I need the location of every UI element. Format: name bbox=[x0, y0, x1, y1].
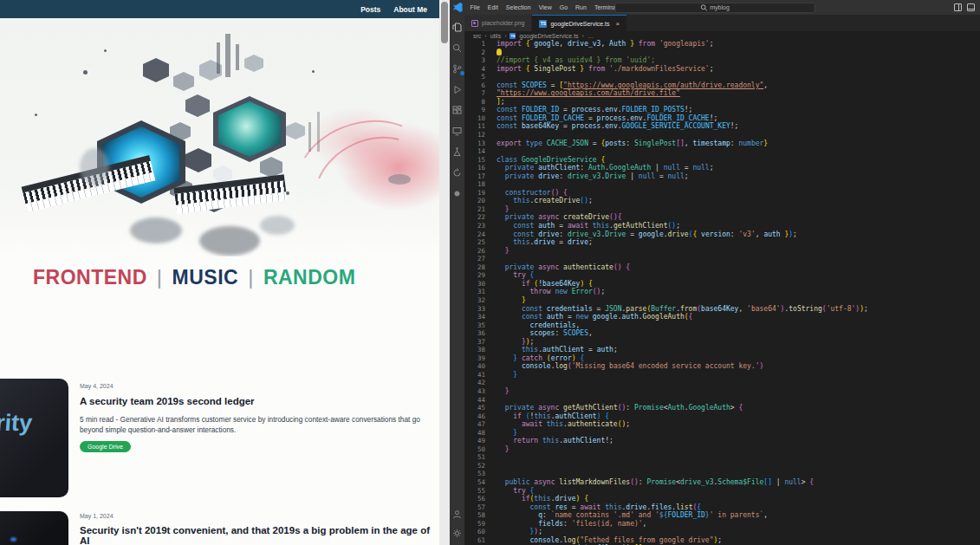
code-line[interactable]: 54 public async listMarkdownFiles(): Pro… bbox=[464, 478, 980, 487]
code-line[interactable]: 11const base64Key = process.env.GOOGLE_S… bbox=[464, 122, 980, 131]
code-line[interactable]: 32 } bbox=[464, 296, 980, 305]
code-line[interactable]: 33 const credentials = JSON.parse(Buffer… bbox=[464, 305, 980, 314]
code-line[interactable]: 16 private authClient: Auth.GoogleAuth |… bbox=[464, 164, 980, 172]
code-line[interactable]: 57 const res = await this.drive.files.li… bbox=[464, 503, 980, 512]
code-line[interactable]: 3//import { v4 as uuidv4 } from 'uuid'; bbox=[464, 56, 980, 65]
post-tag-badge[interactable]: Google Drive bbox=[80, 441, 131, 452]
code-line[interactable]: 36 scopes: SCOPES, bbox=[464, 329, 980, 338]
code-line[interactable]: 49 return this.authClient!; bbox=[464, 437, 980, 445]
code-line[interactable]: 1import { google, drive_v3, Auth } from … bbox=[464, 40, 980, 49]
post-thumbnail[interactable]: rity bbox=[0, 379, 68, 497]
menu-item-file[interactable]: File bbox=[466, 4, 484, 10]
sync-icon[interactable] bbox=[452, 167, 463, 178]
command-center-search[interactable]: myblog bbox=[615, 3, 815, 13]
code-line[interactable]: 50 } bbox=[464, 445, 980, 454]
category-random[interactable]: RANDOM bbox=[263, 266, 356, 289]
post-title[interactable]: Security isn't 2019t convenient, and tha… bbox=[80, 525, 435, 545]
code-line[interactable]: 13export type CACHE_JSON = {posts: Singl… bbox=[464, 139, 980, 148]
code-line[interactable]: 61 console.log("Fethed files from google… bbox=[464, 536, 980, 545]
category-music[interactable]: MUSIC bbox=[172, 266, 239, 289]
code-line[interactable]: 60 }); bbox=[464, 528, 980, 536]
code-line[interactable]: 52 bbox=[464, 462, 980, 470]
code-line[interactable]: 6const SCOPES = ["https://www.googleapis… bbox=[464, 81, 980, 90]
code-line[interactable]: 48 } bbox=[464, 429, 980, 438]
post-title[interactable]: A security team 2019s second ledger bbox=[80, 396, 255, 406]
menu-item-selection[interactable]: Selection bbox=[502, 4, 535, 10]
code-line[interactable]: 15class GoogleDriveService { bbox=[464, 156, 980, 165]
run-debug-icon[interactable] bbox=[452, 84, 463, 94]
code-line[interactable]: 4import { SinglePost } from './markdownF… bbox=[464, 65, 980, 74]
layout-panel-icon[interactable] bbox=[967, 3, 975, 11]
code-line[interactable]: 53 bbox=[464, 470, 980, 478]
code-editor[interactable]: 1import { google, drive_v3, Auth } from … bbox=[464, 40, 980, 545]
code-line[interactable]: 5 bbox=[464, 73, 980, 81]
nav-link-posts[interactable]: Posts bbox=[360, 5, 380, 14]
code-line[interactable]: 44 bbox=[464, 396, 980, 405]
breadcrumb-item[interactable]: utils bbox=[490, 33, 501, 39]
extensions-icon[interactable] bbox=[452, 105, 463, 115]
lightbulb-icon[interactable] bbox=[496, 49, 502, 55]
post-thumbnail[interactable] bbox=[0, 511, 68, 545]
files-icon[interactable] bbox=[452, 22, 463, 32]
menu-item-edit[interactable]: Edit bbox=[484, 4, 502, 10]
code-line[interactable]: 55 try { bbox=[464, 487, 980, 496]
search-icon[interactable] bbox=[452, 42, 463, 53]
code-line[interactable]: 18 bbox=[464, 180, 980, 189]
code-line[interactable]: 51 bbox=[464, 453, 980, 462]
code-line[interactable]: 41 } bbox=[464, 371, 980, 380]
breadcrumb-item[interactable]: src bbox=[473, 33, 481, 39]
code-line[interactable]: 40 console.log('Missing base64 encoded s… bbox=[464, 362, 980, 371]
breadcrumb[interactable]: src › utils › TS googleDriveService.ts ›… bbox=[464, 31, 980, 40]
code-line[interactable]: 30 if (!base64Key) { bbox=[464, 280, 980, 289]
code-line[interactable]: 45 private async getAuthClient(): Promis… bbox=[464, 404, 980, 412]
code-line[interactable]: 23 const auth = await this.getAuthClient… bbox=[464, 222, 980, 230]
settings-gear-icon[interactable] bbox=[452, 528, 463, 538]
scrollbar-thumb[interactable] bbox=[441, 2, 448, 43]
code-line[interactable]: 31 throw new Error(); bbox=[464, 288, 980, 296]
breadcrumb-item[interactable]: googleDriveService.ts bbox=[519, 33, 578, 39]
code-line[interactable]: 10const FOLDER_ID_CACHE = process.env.FO… bbox=[464, 114, 980, 123]
code-line[interactable]: 24 const drive: drive_v3.Drive = google.… bbox=[464, 230, 980, 239]
scrollbar[interactable] bbox=[439, 0, 450, 545]
code-line[interactable]: 2 bbox=[464, 49, 980, 57]
code-line[interactable]: 22 private async createDrive(){ bbox=[464, 213, 980, 222]
code-line[interactable]: 25 this.drive = drive; bbox=[464, 238, 980, 247]
code-line[interactable]: 28 private async authenticate() { bbox=[464, 263, 980, 272]
code-line[interactable]: 20 this.createDrive(); bbox=[464, 197, 980, 205]
code-line[interactable]: 8]; bbox=[464, 98, 980, 107]
code-line[interactable]: 34 const auth = new google.auth.GoogleAu… bbox=[464, 313, 980, 321]
code-line[interactable]: 35 credentials, bbox=[464, 321, 980, 330]
account-icon[interactable] bbox=[452, 509, 463, 519]
code-line[interactable]: 17 private drive: drive_v3.Drive | null … bbox=[464, 172, 980, 181]
code-line[interactable]: 42 bbox=[464, 379, 980, 387]
code-line[interactable]: 27 bbox=[464, 255, 980, 263]
code-line[interactable]: 14 bbox=[464, 147, 980, 156]
code-line[interactable]: 59 fields: 'files(id, name)', bbox=[464, 520, 980, 529]
source-control-icon[interactable] bbox=[452, 63, 463, 74]
code-line[interactable]: 19 constructor() { bbox=[464, 189, 980, 198]
menu-item-go[interactable]: Go bbox=[555, 4, 571, 10]
code-line[interactable]: 7"https://www.googleapis.com/auth/drive.… bbox=[464, 89, 980, 98]
code-line[interactable]: 39 } catch (error) { bbox=[464, 354, 980, 363]
breadcrumb-item[interactable]: … bbox=[587, 33, 594, 39]
code-line[interactable]: 21 } bbox=[464, 205, 980, 214]
remote-explorer-icon[interactable] bbox=[452, 126, 463, 136]
code-line[interactable]: 26 } bbox=[464, 247, 980, 256]
testing-icon[interactable] bbox=[452, 146, 463, 157]
code-line[interactable]: 58 q: `name contains '.md' and '${FOLDER… bbox=[464, 511, 980, 520]
tab-placeholder-png[interactable]: placeholder.png bbox=[464, 15, 532, 31]
code-line[interactable]: 12 bbox=[464, 131, 980, 139]
close-tab-icon[interactable]: × bbox=[616, 20, 620, 28]
code-line[interactable]: 43 } bbox=[464, 387, 980, 396]
code-line[interactable]: 38 this.authClient = auth; bbox=[464, 346, 980, 354]
copilot-icon[interactable] bbox=[452, 188, 463, 198]
code-line[interactable]: 29 try { bbox=[464, 271, 980, 280]
category-frontend[interactable]: FRONTEND bbox=[33, 266, 147, 289]
code-line[interactable]: 37 }); bbox=[464, 338, 980, 347]
nav-link-about-me[interactable]: About Me bbox=[393, 5, 427, 14]
menu-item-view[interactable]: View bbox=[535, 4, 555, 10]
code-line[interactable]: 47 await this.authenticate(); bbox=[464, 420, 980, 429]
code-line[interactable]: 56 if(this.drive) { bbox=[464, 495, 980, 503]
tab-googledriveservice-ts[interactable]: TS googleDriveService.ts × bbox=[532, 15, 626, 31]
code-line[interactable]: 9const FOLDER_ID = process.env.FOLDER_ID… bbox=[464, 106, 980, 114]
